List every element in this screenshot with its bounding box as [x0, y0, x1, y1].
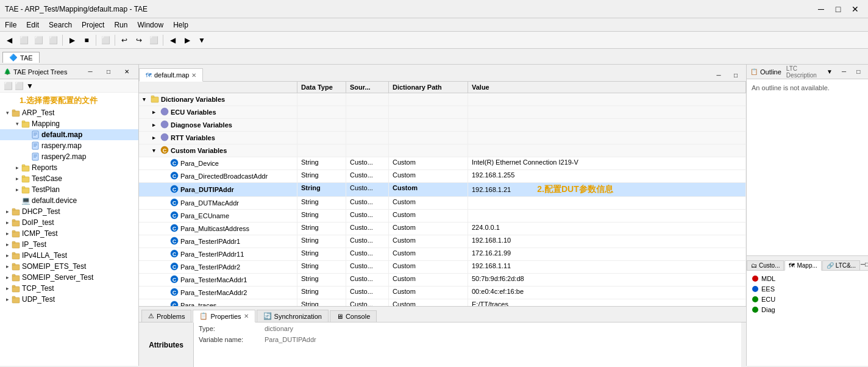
outline-min[interactable]: ─	[838, 66, 850, 78]
outline-body: An outline is not available.	[747, 79, 868, 255]
dict-cell-name: CPara_DirectedBroadcastAddr	[139, 170, 297, 182]
menu-item-edit[interactable]: Edit	[21, 20, 44, 30]
tree-item-IP_Test[interactable]: ▸IP_Test	[0, 239, 138, 250]
toolbar-sep-4	[163, 35, 163, 46]
tree-toolbar-btn1[interactable]: ⬜	[2, 80, 13, 91]
dict-row-6[interactable]: CPara_DirectedBroadcastAddrStringCusto..…	[139, 170, 746, 183]
toolbar-nav-fwd[interactable]: ▶	[180, 34, 194, 47]
bottom-tab-close[interactable]: ✕	[244, 313, 249, 319]
dict-cell-datatype: String	[297, 157, 346, 169]
dict-item-icon: C	[170, 185, 179, 194]
toolbar-stop[interactable]: ■	[80, 34, 93, 47]
right-tree-item-mdl[interactable]: MDL	[749, 273, 866, 283]
tree-item-raspery2-map[interactable]: raspery2.map	[0, 151, 138, 162]
dict-row-15[interactable]: CPara_TesterMacAddr2StringCusto...Custom…	[139, 287, 746, 299]
tree-item-default-map[interactable]: default.map	[0, 129, 138, 140]
dict-row-2[interactable]: ▸Diagnose Variables	[139, 119, 746, 132]
menu-item-search[interactable]: Search	[44, 20, 77, 30]
toolbar-nav-back[interactable]: ◀	[166, 34, 179, 47]
tree-item-raspery-map[interactable]: raspery.map	[0, 140, 138, 151]
toolbar-btn-2[interactable]: ⬜	[17, 34, 30, 47]
menu-item-run[interactable]: Run	[109, 20, 132, 30]
dict-row-4[interactable]: ▾CCustom Variables	[139, 144, 746, 157]
dict-row-10[interactable]: CPara_MulticastAddressStringCusto...Cust…	[139, 223, 746, 235]
dict-row-5[interactable]: CPara_DeviceStringCusto...CustomIntel(R)…	[139, 157, 746, 170]
menu-item-help[interactable]: Help	[168, 20, 193, 30]
right-tree-item-ees[interactable]: EES	[749, 283, 866, 294]
tree-item-UDP_Test[interactable]: ▸UDP_Test	[0, 294, 138, 305]
tree-toolbar-btn2[interactable]: ⬜	[13, 80, 24, 91]
tree-item-TCP_Test[interactable]: ▸TCP_Test	[0, 283, 138, 294]
left-panel-max[interactable]: □	[101, 66, 116, 78]
dict-row-9[interactable]: CPara_ECUnameStringCusto...Custom	[139, 210, 746, 223]
center-tab-close[interactable]: ✕	[191, 72, 196, 79]
tree-item-SOMEIP_ETS_Test[interactable]: ▸SOMEIP_ETS_Test	[0, 261, 138, 272]
close-button[interactable]: ✕	[847, 3, 863, 15]
project-tree-icon: 🌲	[4, 68, 11, 75]
menu-item-project[interactable]: Project	[77, 20, 109, 30]
dict-cell-source	[346, 106, 389, 118]
toolbar-redo[interactable]: ↪	[132, 34, 146, 47]
tree-item-ARP_Test[interactable]: ▾ARP_Test	[0, 107, 138, 118]
toolbar-btn-4[interactable]: ⬜	[46, 34, 60, 47]
toolbar-btn-1[interactable]: ◀	[2, 34, 16, 47]
toolbar-nav-down[interactable]: ▼	[195, 34, 208, 47]
tree-item-ICMP_Test[interactable]: ▸ICMP_Test	[0, 228, 138, 239]
ltc-tab-label[interactable]: LTC Description	[786, 65, 819, 79]
minimize-button[interactable]: ─	[813, 3, 829, 15]
center-max[interactable]: □	[728, 69, 744, 81]
bottom-tab-problems[interactable]: ⚠Problems	[141, 310, 191, 322]
tree-item-IPv4LLA_Test[interactable]: ▸IPv4LLA_Test	[0, 250, 138, 261]
right-tree-item-diag[interactable]: Diag	[749, 304, 866, 315]
tree-toolbar-btn3[interactable]: ▼	[24, 80, 35, 91]
toolbar-btn-3[interactable]: ⬜	[32, 34, 45, 47]
toolbar-run[interactable]: ▶	[65, 34, 79, 47]
menu-item-window[interactable]: Window	[132, 20, 168, 30]
bottom-scrollbar[interactable]	[741, 322, 746, 366]
toolbar-btn-5[interactable]: ⬜	[99, 34, 112, 47]
tree-item-Reports[interactable]: ▸Reports	[0, 162, 138, 173]
annotation2-text: 2.配置DUT参数信息	[537, 184, 613, 194]
right-tab-ltc[interactable]: 🔗 LTC&...	[822, 260, 860, 270]
dict-cell-value	[468, 119, 746, 131]
bottom-tab-console[interactable]: 🖥Console	[330, 310, 377, 322]
dict-row-1[interactable]: ▸ECU Variables	[139, 106, 746, 119]
dict-row-11[interactable]: CPara_TesterIPAddr1StringCusto...Custom1…	[139, 235, 746, 248]
toolbar-undo[interactable]: ↩	[118, 34, 131, 47]
dict-row-14[interactable]: CPara_TesterMacAddr1StringCusto...Custom…	[139, 274, 746, 287]
outline-btn1[interactable]: ▼	[824, 66, 836, 78]
bottom-tab-synchronization[interactable]: 🔄Synchronization	[257, 310, 329, 322]
right-tree-item-ecu[interactable]: ECU	[749, 294, 866, 304]
left-panel-close[interactable]: ✕	[119, 66, 135, 78]
tree-item-DoIP_test[interactable]: ▸DoIP_test	[0, 217, 138, 228]
tree-item-SOMEIP_Server_Test[interactable]: ▸SOMEIP_Server_Test	[0, 272, 138, 283]
left-panel-min[interactable]: ─	[82, 66, 98, 78]
tree-item-TestCase[interactable]: ▸TestCase	[0, 173, 138, 184]
menubar: FileEditSearchProjectRunWindowHelp	[0, 18, 868, 32]
dict-row-13[interactable]: CPara_TesterIPAddr2StringCusto...Custom1…	[139, 261, 746, 274]
bottom-tab-properties[interactable]: 📋Properties✕	[193, 310, 255, 322]
dict-row-3[interactable]: ▸RTT Variables	[139, 132, 746, 144]
svg-rect-38	[12, 298, 20, 303]
tree-item-Mapping[interactable]: ▾Mapping	[0, 118, 138, 129]
dict-cell-name-label: Para_TesterIPAddr1	[180, 238, 240, 245]
dict-row-7[interactable]: CPara_DUTIPAddrStringCusto...Custom192.1…	[139, 183, 746, 197]
tae-workspace-tab[interactable]: 🔷 TAE	[2, 52, 40, 63]
tree-item-DHCP_Test[interactable]: ▸DHCP_Test	[0, 206, 138, 217]
tree-item-default-device[interactable]: 💻default.device	[0, 195, 138, 206]
maximize-button[interactable]: □	[830, 3, 846, 15]
right-bottom-max[interactable]: □	[865, 258, 868, 270]
dict-row-0[interactable]: ▾Dictionary Variables	[139, 93, 746, 106]
toolbar-btn-6[interactable]: ⬜	[147, 34, 160, 47]
dict-row-12[interactable]: CPara_TesterIPAddr11StringCusto...Custom…	[139, 248, 746, 261]
dict-row-8[interactable]: CPara_DUTMacAddrStringCusto...Custom	[139, 197, 746, 210]
right-tab-mapp[interactable]: 🗺 Mapp...	[784, 260, 821, 271]
bottom-section: ⚠Problems📋Properties✕🔄Synchronization🖥Co…	[139, 306, 746, 366]
right-bottom-min[interactable]: ─	[861, 258, 865, 270]
tree-item-TestPlan[interactable]: ▸TestPlan	[0, 184, 138, 195]
outline-max[interactable]: □	[852, 66, 864, 78]
center-min[interactable]: ─	[711, 69, 727, 81]
center-tab-defaultmap[interactable]: 🗺 default.map ✕	[139, 68, 203, 82]
menu-item-file[interactable]: File	[0, 20, 21, 30]
right-tab-custo[interactable]: 🗂 Custo...	[747, 260, 784, 270]
